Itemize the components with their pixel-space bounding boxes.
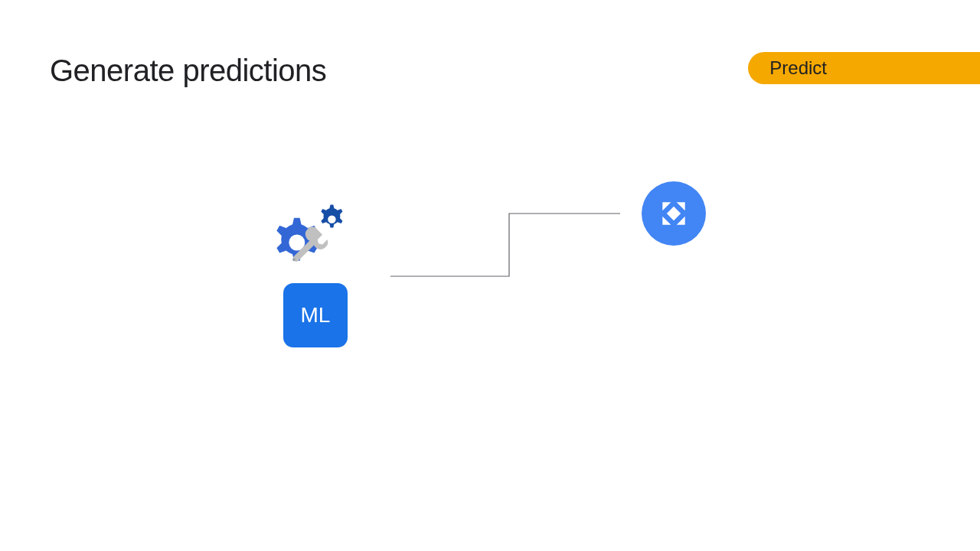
ml-block-label: ML bbox=[301, 303, 331, 328]
gears-wrench-icon bbox=[272, 199, 360, 272]
expand-arrows-icon bbox=[657, 197, 691, 230]
page-title: Generate predictions bbox=[50, 54, 326, 88]
ml-block: ML bbox=[283, 283, 348, 347]
connector-line bbox=[390, 212, 620, 281]
svg-point-0 bbox=[328, 215, 335, 223]
destination-node bbox=[642, 181, 706, 246]
predict-badge: Predict bbox=[748, 52, 980, 84]
